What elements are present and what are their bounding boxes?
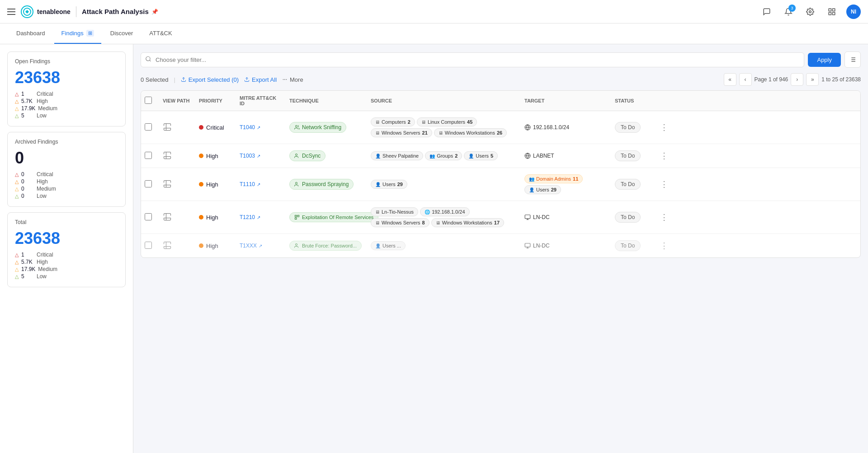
row5-actions[interactable]: ⋮ bbox=[656, 241, 675, 251]
row1-checkbox bbox=[141, 123, 159, 132]
total-medium-row: △ 17.9K Medium bbox=[15, 266, 118, 272]
tab-dashboard[interactable]: Dashboard bbox=[9, 23, 52, 44]
brand-name-text: tenableone bbox=[37, 8, 71, 15]
page-last-button[interactable]: » bbox=[806, 73, 819, 86]
row1-viewpath[interactable] bbox=[159, 122, 195, 133]
more-button[interactable]: More bbox=[282, 76, 303, 83]
hamburger-menu[interactable] bbox=[7, 9, 15, 15]
row2-select[interactable] bbox=[145, 152, 152, 159]
svg-rect-2 bbox=[829, 9, 831, 11]
total-high-row: △ 5.7K High bbox=[15, 259, 118, 265]
select-all-checkbox[interactable] bbox=[145, 97, 152, 104]
export-selected-button[interactable]: Export Selected (0) bbox=[181, 76, 239, 83]
archived-findings-card: Archived Findings 0 △ 0 Critical △ 0 Hig… bbox=[7, 132, 126, 207]
chat-button[interactable] bbox=[760, 5, 774, 19]
row5-target: LN-DC bbox=[521, 243, 611, 249]
high-icon: △ bbox=[15, 98, 19, 104]
grid-button[interactable] bbox=[825, 5, 839, 19]
row3-source: 👤 Users 29 bbox=[367, 180, 521, 189]
brand-logo-area: tenableone bbox=[21, 5, 71, 18]
export-all-button[interactable]: Export All bbox=[244, 76, 277, 83]
tab-attck[interactable]: ATT&CK bbox=[142, 23, 179, 44]
row5-mitre[interactable]: T1XXX ↗ bbox=[236, 243, 286, 249]
archived-findings-count: 0 bbox=[15, 149, 118, 168]
settings-button[interactable] bbox=[803, 5, 817, 19]
th-status: Status bbox=[611, 98, 656, 103]
page-next-button[interactable]: › bbox=[791, 73, 803, 86]
row3-viewpath[interactable] bbox=[159, 179, 195, 190]
row1-technique: Network Sniffing bbox=[286, 122, 367, 133]
open-critical-row: △ 1 Critical bbox=[15, 91, 118, 97]
row3-priority: High bbox=[195, 181, 236, 188]
open-findings-title: Open Findings bbox=[15, 58, 118, 65]
row4-actions[interactable]: ⋮ bbox=[656, 212, 675, 222]
total-severities: △ 1 Critical △ 5.7K High △ 17.9K Medium … bbox=[15, 252, 118, 280]
page-first-button[interactable]: « bbox=[724, 73, 736, 86]
row2-status[interactable]: To Do bbox=[611, 150, 656, 161]
row3-actions[interactable]: ⋮ bbox=[656, 179, 675, 189]
row2-priority: High bbox=[195, 153, 236, 159]
apply-button[interactable]: Apply bbox=[808, 53, 841, 67]
row2-technique: DcSync bbox=[286, 150, 367, 161]
table-row: High T1XXX ↗ Brute Force: Password... 👤 … bbox=[141, 234, 860, 257]
findings-table: View Path Priority MITRE ATT&CK Id Techn… bbox=[141, 90, 861, 258]
critical-dot bbox=[199, 125, 203, 130]
filter-input[interactable] bbox=[141, 52, 804, 67]
navbar-right: 3 NI bbox=[760, 5, 861, 19]
row4-mitre[interactable]: T1210 ↗ bbox=[236, 214, 286, 220]
row5-select[interactable] bbox=[145, 242, 152, 249]
archived-high-row: △ 0 High bbox=[15, 178, 118, 185]
tab-bar: Dashboard Findings ⊞ Discover ATT&CK bbox=[0, 23, 868, 44]
th-source: Source bbox=[367, 98, 521, 103]
notifications-badge: 3 bbox=[788, 5, 796, 12]
avatar[interactable]: NI bbox=[846, 5, 861, 19]
th-viewpath: View Path bbox=[159, 98, 195, 103]
pin-icon[interactable]: 📌 bbox=[151, 9, 158, 15]
total-critical-row: △ 1 Critical bbox=[15, 252, 118, 258]
svg-point-16 bbox=[285, 79, 285, 80]
tab-discover[interactable]: Discover bbox=[103, 23, 141, 44]
row2-mitre[interactable]: T1003 ↗ bbox=[236, 153, 286, 159]
row4-select[interactable] bbox=[145, 213, 152, 220]
row2-viewpath[interactable] bbox=[159, 151, 195, 161]
svg-line-7 bbox=[150, 60, 151, 61]
row1-actions[interactable]: ⋮ bbox=[656, 122, 675, 132]
columns-button[interactable] bbox=[844, 51, 861, 68]
table-header: View Path Priority MITRE ATT&CK Id Techn… bbox=[141, 91, 860, 111]
row1-mitre[interactable]: T1040 ↗ bbox=[236, 124, 286, 131]
row4-priority: High bbox=[195, 214, 236, 221]
row1-target: 192.168.1.0/24 bbox=[521, 124, 611, 131]
row3-status[interactable]: To Do bbox=[611, 179, 656, 190]
row2-checkbox bbox=[141, 152, 159, 160]
archived-medium-row: △ 0 Medium bbox=[15, 186, 118, 192]
table-row: High T1210 ↗ Exploitation Of Remote Serv… bbox=[141, 201, 860, 234]
row5-viewpath[interactable] bbox=[159, 241, 195, 251]
svg-rect-28 bbox=[295, 218, 297, 219]
tab-findings[interactable]: Findings ⊞ bbox=[54, 23, 101, 44]
row3-mitre[interactable]: T1110 ↗ bbox=[236, 181, 286, 187]
row1-select[interactable] bbox=[145, 123, 152, 131]
page-prev-button[interactable]: ‹ bbox=[739, 73, 752, 86]
th-target: Target bbox=[521, 98, 611, 103]
notifications-button[interactable]: 3 bbox=[781, 5, 796, 19]
filter-bar: Apply bbox=[141, 51, 861, 68]
row4-status[interactable]: To Do bbox=[611, 212, 656, 223]
archived-critical-row: △ 0 Critical bbox=[15, 171, 118, 177]
table-row: High T1110 ↗ Password Spraying 👤 Users 2… bbox=[141, 168, 860, 201]
navbar: tenableone Attack Path Analysis 📌 3 NI bbox=[0, 0, 868, 23]
row4-source: 🖥 Ln-Tio-Nessus 🌐 192.168.1.0/24 🖥 Windo… bbox=[367, 207, 521, 227]
row5-status[interactable]: To Do bbox=[611, 240, 656, 251]
svg-rect-26 bbox=[295, 215, 297, 217]
th-checkbox bbox=[141, 97, 159, 105]
th-priority: Priority bbox=[195, 98, 236, 103]
row3-select[interactable] bbox=[145, 180, 152, 187]
row4-viewpath[interactable] bbox=[159, 212, 195, 223]
row2-actions[interactable]: ⋮ bbox=[656, 151, 675, 161]
row1-status[interactable]: To Do bbox=[611, 122, 656, 133]
open-medium-row: △ 17.9K Medium bbox=[15, 105, 118, 112]
search-icon bbox=[145, 56, 151, 64]
row4-checkbox bbox=[141, 213, 159, 222]
toolbar: 0 Selected | Export Selected (0) Export … bbox=[141, 73, 861, 86]
selected-count: 0 Selected bbox=[141, 76, 168, 83]
row1-priority: Critical bbox=[195, 124, 236, 131]
